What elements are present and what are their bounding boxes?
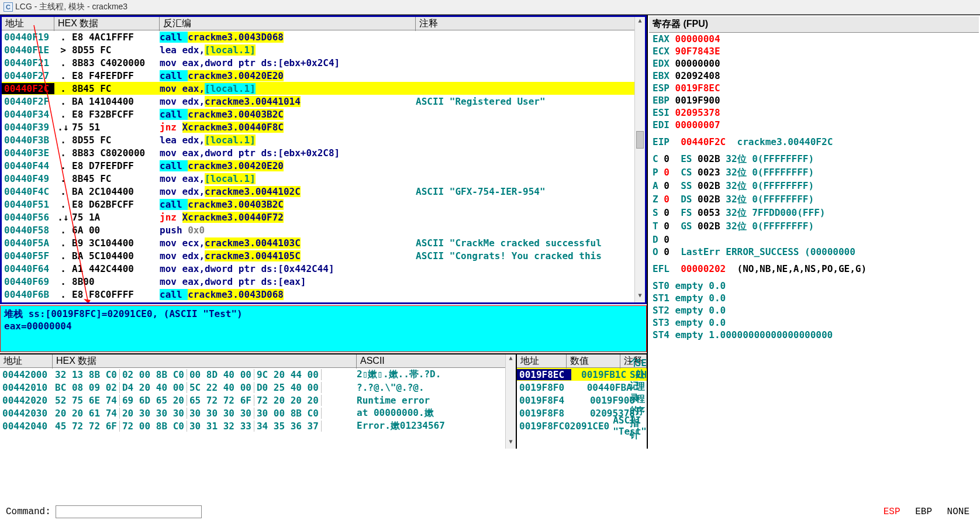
info-line2: eax=00000004 <box>4 321 643 332</box>
dump-row[interactable]: 0044202052 75 6E 7469 6D 65 2065 72 72 6… <box>0 394 516 407</box>
stack-row[interactable]: 0019F8F000440FBASE处理程序 <box>517 381 647 394</box>
disasm-row[interactable]: 00440F58.6A 00push 0x0 <box>2 223 645 236</box>
reg-ebx: EBX 02092408 <box>649 70 979 82</box>
comment: ASCII "Congrats! You cracked this <box>416 250 645 261</box>
stack-pane[interactable]: 地址 数值 注释 0019F8EC0019FB1C指向下一个 SEH 记录的指针… <box>516 354 647 449</box>
disasm-row[interactable]: 00440F39.↓75 51jnz Xcrackme3.00440F8C <box>2 120 645 133</box>
reg-flag-P: P 0 CS 0023 32位 0(FFFFFFFF) <box>649 166 979 180</box>
reg-eip: EIP 00440F2C crackme3.00440F2C <box>649 136 979 148</box>
asm: mov eax,dword ptr ds:[eax] <box>160 276 416 287</box>
dump-row[interactable]: 0044204045 72 72 6F72 00 8B C030 31 32 3… <box>0 419 516 432</box>
reg-ecx: ECX 90F7843E <box>649 45 979 57</box>
disasm-row[interactable]: 00440F56.↓75 1Ajnz Xcrackme3.00440F72 <box>2 211 645 223</box>
hex: BA 14104400 <box>72 96 160 107</box>
mark: .↓ <box>54 212 72 223</box>
stack-row[interactable]: 0019F8EC0019FB1C指向下一个 SEH 记录的指针 <box>517 368 647 381</box>
addr: 00440F21 <box>2 57 54 68</box>
reg-fpu-line: ST0 empty 0.0 <box>649 280 979 292</box>
registers-pane[interactable]: 寄存器 (FPU) EAX 00000004ECX 90F7843EEDX 00… <box>647 15 980 449</box>
reg-flag-A: A 0 SS 002B 32位 0(FFFFFFFF) <box>649 180 979 193</box>
scroll-down-icon[interactable]: ▼ <box>635 292 645 302</box>
addr: 00440F56 <box>2 212 54 223</box>
disasm-row[interactable]: 00440F27.E8 F4FEFDFFcall crackme3.00420E… <box>2 69 645 82</box>
addr: 00440F2F <box>2 96 54 107</box>
asm: push 0x0 <box>160 225 416 236</box>
disassembly-pane[interactable]: 地址 HEX 数据 反汇编 注释 00440F19.E8 4AC1FFFFcal… <box>0 15 647 304</box>
scroll-down-icon[interactable]: ▼ <box>506 438 516 449</box>
dump-scrollbar[interactable]: ▲ ▼ <box>505 354 516 449</box>
reg-flag-T: T 0 GS 002B 32位 0(FFFFFFFF) <box>649 220 979 233</box>
hex: 8D55 FC <box>72 44 160 56</box>
asm: call crackme3.00403B2C <box>160 109 416 120</box>
mark: . <box>54 186 72 197</box>
status-esp: ESP <box>879 507 905 517</box>
addr: 00440F5A <box>2 237 54 249</box>
hex: B9 3C104400 <box>72 237 160 249</box>
dump-hdr-asc: ASCII <box>357 354 516 367</box>
mark: . <box>54 263 72 274</box>
mark: . <box>54 135 72 146</box>
mark: . <box>54 109 72 120</box>
mark: . <box>54 70 72 81</box>
disasm-row[interactable]: 00440F19.E8 4AC1FFFFcall crackme3.0043D0… <box>2 30 645 43</box>
stack-row[interactable]: 0019F8FC02091CE0ASCII "Test" <box>517 419 647 432</box>
mark: . <box>54 160 72 171</box>
disasm-row[interactable]: 00440F51.E8 D62BFCFFcall crackme3.00403B… <box>2 198 645 211</box>
disasm-row[interactable]: 00440F49.8B45 FCmov eax,[local.1] <box>2 172 645 185</box>
dump-row[interactable]: 0044203020 20 61 7420 30 30 3030 30 30 3… <box>0 407 516 419</box>
mark: . <box>54 199 72 210</box>
disasm-row[interactable]: 00440F5A.B9 3C104400mov ecx,crackme3.004… <box>2 236 645 249</box>
disasm-row[interactable]: 00440F2C.8B45 FCmov eax,[local.1] <box>2 82 645 95</box>
disasm-row[interactable]: 00440F4C.BA 2C104400mov edx,crackme3.004… <box>2 185 645 198</box>
command-input[interactable] <box>56 505 202 518</box>
mark: . <box>54 83 72 94</box>
mark: . <box>54 237 72 249</box>
disasm-row[interactable]: 00440F34.E8 F32BFCFFcall crackme3.00403B… <box>2 108 645 120</box>
hex: 8B83 C8020000 <box>72 147 160 159</box>
dump-pane[interactable]: 地址 HEX 数据 ASCII 0044200032 13 8B C002 00… <box>0 354 516 449</box>
status-ebp: EBP <box>910 507 937 517</box>
addr: 00440F1E <box>2 44 54 56</box>
stack-hdr-val: 数值 <box>567 354 620 369</box>
command-label: Command: <box>6 507 51 517</box>
scroll-thumb[interactable] <box>636 131 644 149</box>
disasm-row[interactable]: 00440F69.8B00mov eax,dword ptr ds:[eax] <box>2 275 645 288</box>
disasm-scrollbar[interactable]: ▲ ▼ <box>634 17 645 302</box>
stack-row[interactable]: 0019F8F40019F900 <box>517 394 647 407</box>
hex: E8 F4FEFDFF <box>72 70 160 81</box>
disasm-row[interactable]: 00440F21.8B83 C4020000mov eax,dword ptr … <box>2 56 645 69</box>
addr: 00440F27 <box>2 70 54 81</box>
dump-row[interactable]: 0044200032 13 8B C002 00 8B C000 8D 40 0… <box>0 368 516 381</box>
hex: E8 F32BFCFF <box>72 109 160 120</box>
asm: mov ecx,crackme3.0044103C <box>160 237 416 249</box>
asm: mov edx,crackme3.0044102C <box>160 186 416 197</box>
disasm-row[interactable]: 00440F64.A1 442C4400mov eax,dword ptr ds… <box>2 262 645 275</box>
reg-edx: EDX 00000000 <box>649 57 979 70</box>
disasm-row[interactable]: 00440F2F.BA 14104400mov edx,crackme3.004… <box>2 95 645 108</box>
disasm-row[interactable]: 00440F44.E8 D7FEFDFFcall crackme3.00420E… <box>2 159 645 172</box>
disasm-row[interactable]: 00440F1E>8D55 FClea edx,[local.1] <box>2 43 645 56</box>
addr: 00440F19 <box>2 32 54 43</box>
hex: E8 D62BFCFF <box>72 199 160 210</box>
reg-fpu-line: ST2 empty 0.0 <box>649 304 979 316</box>
dump-row[interactable]: 00442010BC 08 09 02D4 20 40 005C 22 40 0… <box>0 381 516 394</box>
asm: call crackme3.0043D068 <box>160 289 416 300</box>
mark: .↓ <box>54 122 72 133</box>
mark: > <box>54 44 72 56</box>
disasm-row[interactable]: 00440F3E.8B83 C8020000mov eax,dword ptr … <box>2 146 645 159</box>
status-indicators: ESP EBP NONE <box>879 507 974 517</box>
scroll-up-icon[interactable]: ▲ <box>635 17 645 27</box>
reg-flag-D: D 0 <box>649 233 979 246</box>
command-bar: Command: ESP EBP NONE <box>0 504 980 520</box>
disasm-row[interactable]: 00440F5F.BA 5C104400mov edx,crackme3.004… <box>2 249 645 262</box>
disasm-row[interactable]: 00440F3B.8D55 FClea edx,[local.1] <box>2 133 645 146</box>
dump-hdr-addr: 地址 <box>0 354 53 369</box>
reg-fpu-line: ST4 empty 1.00000000000000000000 <box>649 329 979 341</box>
disasm-row[interactable]: 00440F6B.E8 F8C0FFFFcall crackme3.0043D0… <box>2 288 645 301</box>
asm: mov eax,[local.1] <box>160 83 416 94</box>
reg-fpu-line: ST1 empty 0.0 <box>649 292 979 304</box>
status-none: NONE <box>943 507 974 517</box>
reg-flag-C: C 0 ES 002B 32位 0(FFFFFFFF) <box>649 153 979 166</box>
dump-header: 地址 HEX 数据 ASCII <box>0 354 516 368</box>
scroll-up-icon[interactable]: ▲ <box>506 354 516 365</box>
